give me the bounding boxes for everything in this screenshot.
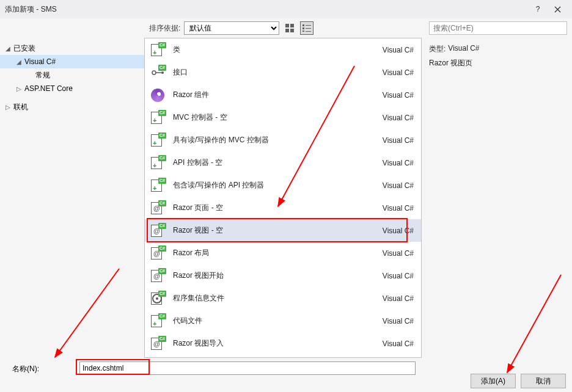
tree-visual-csharp[interactable]: ◢ Visual C# (0, 55, 144, 68)
caret-right-icon: ▷ (16, 85, 22, 92)
template-name: API 控制器 - 空 (173, 158, 375, 168)
template-name: Razor 布局 (173, 248, 375, 258)
svg-point-2 (161, 71, 164, 74)
template-name: 接口 (173, 67, 375, 78)
template-icon: @C# (151, 336, 166, 351)
template-item[interactable]: C#程序集信息文件Visual C# (145, 287, 421, 310)
grid-icon (285, 24, 294, 32)
tree-label: 联机 (13, 102, 28, 112)
template-language: Visual C# (383, 317, 414, 325)
template-icon: +C# (151, 314, 166, 328)
tree-label: ASP.NET Core (24, 84, 73, 93)
template-language: Visual C# (383, 68, 414, 77)
template-item[interactable]: Razor 组件Visual C# (145, 84, 421, 106)
template-name: Razor 页面 - 空 (173, 203, 375, 213)
template-item[interactable]: @C#Razor 视图导入Visual C# (145, 332, 421, 355)
tree-label: 常规 (35, 70, 50, 81)
template-icon: C# (151, 291, 166, 306)
template-icon: +C# (151, 178, 166, 193)
template-item[interactable]: +C#包含读/写操作的 API 控制器Visual C# (145, 174, 421, 197)
template-item[interactable]: +C#类Visual C# (145, 38, 421, 61)
template-name: Razor 视图开始 (173, 270, 375, 281)
template-language: Visual C# (383, 227, 414, 235)
template-language: Visual C# (383, 294, 414, 303)
close-icon (554, 6, 561, 13)
category-tree: ◢ 已安装 ◢ Visual C# 常规 ▷ ASP.NET Core ▷ 联机 (0, 38, 144, 358)
filename-label: 名称(N): (6, 361, 73, 374)
sort-label: 排序依据: (149, 23, 180, 34)
template-language: Visual C# (383, 204, 414, 212)
details-description: Razor 视图页 (429, 58, 472, 68)
list-icon (302, 24, 311, 32)
window-title: 添加新项 - SMS (5, 4, 528, 15)
help-button[interactable]: ? (528, 0, 548, 18)
template-icon: C# (151, 65, 166, 80)
template-language: Visual C# (383, 114, 414, 122)
template-item[interactable]: +C#具有读/写操作的 MVC 控制器Visual C# (145, 129, 421, 151)
template-item[interactable]: +C#代码文件Visual C# (145, 310, 421, 332)
cancel-button[interactable]: 取消 (521, 374, 566, 388)
template-language: Visual C# (383, 181, 414, 190)
template-list[interactable]: +C#类Visual C#C#接口Visual C#Razor 组件Visual… (144, 38, 422, 358)
template-language: Visual C# (383, 91, 414, 100)
bottom-bar: 名称(N): 添加(A) 取消 (0, 358, 572, 392)
template-name: 类 (173, 45, 375, 55)
template-name: 代码文件 (173, 316, 375, 326)
titlebar: 添加新项 - SMS ? (0, 0, 572, 18)
toolbar: 排序依据: 默认值 (0, 18, 572, 38)
template-item[interactable]: @C#Razor 视图开始Visual C# (145, 264, 421, 287)
template-item[interactable]: @C#Razor 布局Visual C# (145, 242, 421, 264)
tree-label: Visual C# (24, 57, 56, 66)
template-item[interactable]: @C#Razor 页面 - 空Visual C# (145, 197, 421, 219)
tree-installed[interactable]: ◢ 已安装 (0, 42, 144, 55)
template-item[interactable]: @C#Razor 视图 - 空Visual C# (145, 219, 421, 242)
template-name: Razor 组件 (173, 90, 375, 100)
template-name: 具有读/写操作的 MVC 控制器 (173, 135, 375, 145)
details-type-value: Visual C# (448, 44, 479, 54)
template-item[interactable]: C#接口Visual C# (145, 61, 421, 84)
main-area: ◢ 已安装 ◢ Visual C# 常规 ▷ ASP.NET Core ▷ 联机… (0, 38, 572, 358)
template-language: Visual C# (383, 339, 414, 348)
search-input[interactable] (429, 21, 567, 35)
template-icon: @C# (151, 223, 166, 238)
sort-select[interactable]: 默认值 (184, 21, 279, 35)
caret-right-icon: ▷ (5, 104, 11, 111)
template-name: 程序集信息文件 (173, 293, 375, 303)
caret-down-icon: ◢ (16, 59, 22, 65)
template-icon: @C# (151, 246, 166, 261)
template-language: Visual C# (383, 136, 414, 145)
template-item[interactable]: +C#MVC 控制器 - 空Visual C# (145, 106, 421, 129)
template-language: Visual C# (383, 159, 414, 167)
tree-general[interactable]: 常规 (0, 68, 144, 82)
template-name: Razor 视图 - 空 (173, 225, 375, 236)
details-pane: 类型: Visual C# Razor 视图页 (422, 38, 572, 358)
template-name: MVC 控制器 - 空 (173, 112, 375, 123)
template-language: Visual C# (383, 46, 414, 54)
template-icon: +C# (151, 111, 166, 125)
add-button[interactable]: 添加(A) (471, 374, 516, 388)
view-grid-button[interactable] (283, 21, 296, 35)
close-button[interactable] (548, 0, 567, 18)
tree-label: 已安装 (13, 43, 35, 54)
tree-aspnet-core[interactable]: ▷ ASP.NET Core (0, 82, 144, 95)
template-icon (151, 88, 166, 103)
template-name: 包含读/写操作的 API 控制器 (173, 180, 375, 191)
template-language: Visual C# (383, 272, 414, 280)
template-icon: +C# (151, 133, 166, 148)
svg-point-0 (152, 71, 156, 74)
template-icon: +C# (151, 156, 166, 170)
template-item[interactable]: +C#API 控制器 - 空Visual C# (145, 151, 421, 174)
template-name: Razor 视图导入 (173, 338, 375, 349)
view-list-button[interactable] (300, 21, 314, 35)
template-language: Visual C# (383, 249, 414, 258)
tree-online[interactable]: ▷ 联机 (0, 100, 144, 114)
filename-input[interactable] (79, 361, 416, 375)
template-icon: @C# (151, 201, 166, 216)
caret-down-icon: ◢ (5, 45, 11, 52)
template-icon: @C# (151, 269, 166, 283)
template-icon: +C# (151, 43, 166, 57)
details-type-label: 类型: (429, 44, 446, 54)
